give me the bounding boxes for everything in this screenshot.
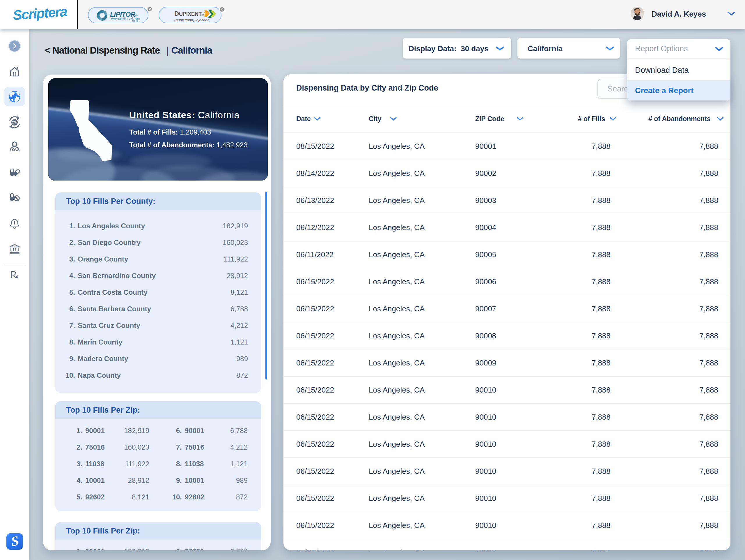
svg-text:24h: 24h xyxy=(12,121,17,124)
